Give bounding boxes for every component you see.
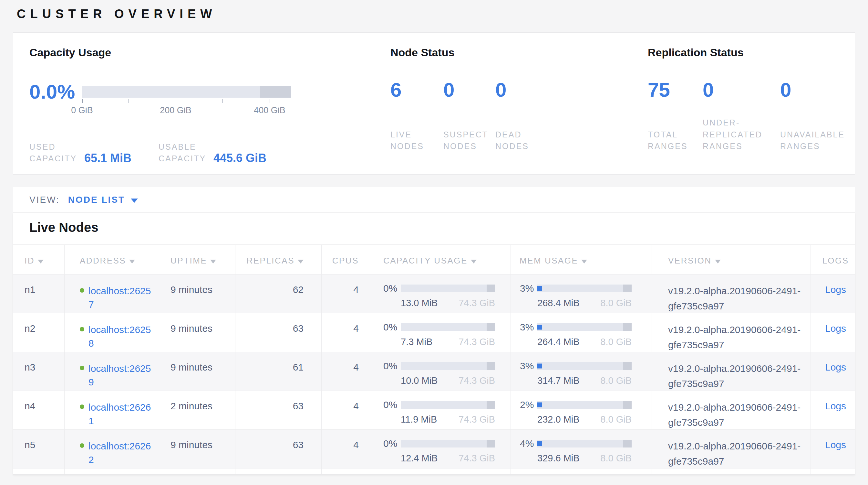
column-header-replicas[interactable]: REPLICAS <box>236 245 321 274</box>
unavailable-label: UNAVAILABLE RANGES <box>780 129 853 152</box>
node-logs-cell: Logs <box>811 275 855 314</box>
node-mem-usage: 4% 329.6 MiB8.0 GiB <box>511 430 652 469</box>
node-live-status-icon <box>80 443 84 448</box>
capacity-usage-title: Capacity Usage <box>29 46 372 59</box>
column-header-mem-usage[interactable]: MEM USAGE <box>511 245 652 274</box>
node-cpus: 4 <box>321 391 374 430</box>
node-replicas: 62 <box>236 275 321 314</box>
table-row: n2 localhost:26258 9 minutes 63 4 0% 7.3… <box>13 313 855 352</box>
column-header-capacity-usage[interactable]: CAPACITY USAGE <box>374 245 511 274</box>
used-capacity-value: 65.1 MiB <box>84 152 131 165</box>
mem-bar-track <box>537 362 631 370</box>
node-uptime: 9 minutes <box>158 352 236 391</box>
under-replicated-label: UNDER-REPLICATED RANGES <box>703 117 767 152</box>
node-version: v19.2.0-alpha.20190606-2491-gfe735c9a97 <box>652 430 811 469</box>
node-version: v19.2.0-alpha.20190606-2491-gfe735c9a97 <box>652 313 811 352</box>
node-address-link[interactable]: localhost:26259 <box>89 362 152 389</box>
logs-link[interactable]: Logs <box>825 401 846 411</box>
view-label: VIEW: <box>29 195 60 205</box>
sort-descending-icon <box>471 260 476 263</box>
table-row: n5 localhost:26262 9 minutes 63 4 0% 12.… <box>13 429 855 468</box>
sort-descending-icon <box>38 260 43 263</box>
suspect-nodes-stat: 0 SUSPECT NODES <box>443 79 495 152</box>
node-uptime: 9 minutes <box>158 313 236 352</box>
sort-descending-icon <box>298 260 304 263</box>
live-nodes-stat: 6 LIVE NODES <box>391 79 443 152</box>
usable-capacity-stat: USABLE CAPACITY 445.6 GiB <box>159 141 267 165</box>
node-live-status-icon <box>80 404 84 409</box>
node-logs-cell: Logs <box>811 352 855 391</box>
view-dropdown-value: NODE LIST <box>68 195 125 205</box>
sort-descending-icon <box>210 260 216 263</box>
node-replicas: 61 <box>236 352 321 391</box>
node-id: n1 <box>13 275 65 314</box>
node-address-link[interactable]: localhost:26257 <box>89 284 152 311</box>
unavailable-ranges-stat: 0 UNAVAILABLE RANGES <box>780 79 858 152</box>
node-address-cell: localhost:26261 <box>65 391 158 430</box>
node-capacity-usage: 0% 13.0 MiB74.3 GiB <box>374 275 511 314</box>
node-address-link[interactable]: localhost:26261 <box>89 401 152 428</box>
node-capacity-usage: 0% 11.9 MiB74.3 GiB <box>374 391 511 430</box>
node-id: n3 <box>13 352 65 391</box>
capacity-bar-track <box>82 86 291 98</box>
under-replicated-count: 0 <box>703 79 780 114</box>
node-logs-cell: Logs <box>811 430 855 469</box>
capacity-bar-track <box>401 285 495 292</box>
node-uptime: 2 minutes <box>158 391 236 430</box>
node-mem-usage: 3% 268.4 MiB8.0 GiB <box>511 275 652 314</box>
node-capacity-usage: 0% 12.4 MiB74.3 GiB <box>374 430 511 469</box>
node-cpus: 4 <box>321 352 374 391</box>
node-live-status-icon <box>80 366 84 370</box>
node-address-cell: localhost:26262 <box>65 430 158 469</box>
node-version: v19.2.0-alpha.20190606-2491-gfe735c9a97 <box>652 352 811 391</box>
under-replicated-ranges-stat: 0 UNDER-REPLICATED RANGES <box>703 79 780 152</box>
mem-bar-track <box>537 401 631 409</box>
logs-link[interactable]: Logs <box>825 284 846 295</box>
logs-link[interactable]: Logs <box>825 323 846 334</box>
column-header-uptime[interactable]: UPTIME <box>158 245 236 274</box>
mem-bar-track <box>537 440 631 448</box>
dead-nodes-label: DEAD NODES <box>495 129 538 152</box>
node-address-cell: localhost:26259 <box>65 352 158 391</box>
axis-label: 400 GiB <box>254 106 285 115</box>
node-version: v19.2.0-alpha.20190606-2491-gfe735c9a97 <box>652 391 811 430</box>
usable-capacity-value: 445.6 GiB <box>213 152 267 165</box>
mem-bar-track <box>537 285 631 292</box>
replication-status-title: Replication Status <box>648 46 861 59</box>
view-dropdown[interactable]: NODE LIST <box>68 195 138 205</box>
column-header-version[interactable]: VERSION <box>652 245 811 274</box>
node-cpus: 4 <box>321 430 374 469</box>
summary-card: Capacity Usage 0.0% 0 GiB 200 GiB 400 Gi… <box>13 32 855 175</box>
node-uptime: 9 minutes <box>158 275 236 314</box>
live-nodes-label: LIVE NODES <box>391 129 433 152</box>
live-nodes-title: Live Nodes <box>13 213 855 245</box>
logs-link[interactable]: Logs <box>825 439 846 450</box>
node-live-status-icon <box>80 327 84 332</box>
node-mem-usage: 2% 232.0 MiB8.0 GiB <box>511 391 652 430</box>
dead-nodes-count: 0 <box>495 79 554 114</box>
node-address-link[interactable]: localhost:26262 <box>89 439 152 466</box>
capacity-axis-ticks <box>82 99 291 104</box>
node-id: n2 <box>13 313 65 352</box>
node-logs-cell: Logs <box>811 313 855 352</box>
capacity-bar-reserved-segment <box>260 86 291 98</box>
capacity-axis-labels: 0 GiB 200 GiB 400 GiB <box>82 106 291 115</box>
axis-label: 0 GiB <box>71 106 93 115</box>
page-title: CLUSTER OVERVIEW <box>13 0 855 32</box>
total-ranges-count: 75 <box>648 79 703 114</box>
used-capacity-stat: USED CAPACITY 65.1 MiB <box>29 141 159 165</box>
capacity-usage-bar: 0 GiB 200 GiB 400 GiB <box>82 86 291 98</box>
live-nodes-card: Live Nodes ID ADDRESS UPTIME REPLICAS CP… <box>13 213 855 475</box>
node-address-link[interactable]: localhost:26258 <box>89 323 152 350</box>
column-header-id[interactable]: ID <box>13 245 65 274</box>
axis-label: 200 GiB <box>160 106 191 115</box>
live-nodes-count: 6 <box>391 79 443 114</box>
column-header-address[interactable]: ADDRESS <box>65 245 158 274</box>
table-row: n3 localhost:26259 9 minutes 61 4 0% 10.… <box>13 352 855 391</box>
table-row: n4 localhost:26261 2 minutes 63 4 0% 11.… <box>13 391 855 429</box>
replication-status-section: Replication Status 75 TOTAL RANGES 0 UND… <box>648 46 861 152</box>
capacity-bar-track <box>401 440 495 448</box>
view-selector-bar: VIEW: NODE LIST <box>13 187 855 213</box>
node-capacity-usage: 0% 7.3 MiB74.3 GiB <box>374 313 511 352</box>
logs-link[interactable]: Logs <box>825 362 846 372</box>
